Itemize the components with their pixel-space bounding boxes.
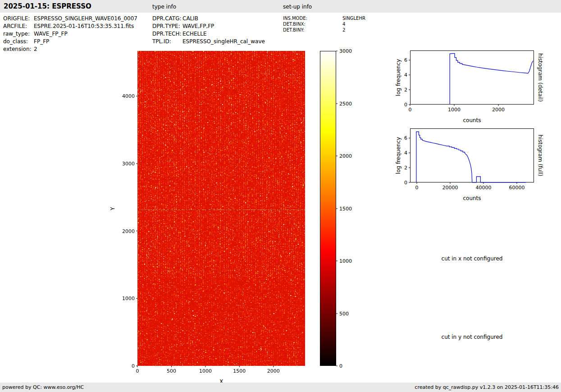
y-tick-label: 4 xyxy=(404,72,407,78)
setup-info-row: DET.BINX:4 xyxy=(283,21,365,27)
type-info-heading: type info xyxy=(152,4,176,10)
y-tick-label: 6 xyxy=(404,57,407,63)
file-info-value: ESPRESSO_SINGLEHR_WAVE016_0007 xyxy=(34,15,137,23)
hist-full-ylabel: log frequency xyxy=(395,137,401,174)
setup-info-heading: set-up info xyxy=(283,4,312,10)
colorbar-tick-mark xyxy=(336,155,338,156)
setup-info-label: DET.BINY: xyxy=(283,27,342,33)
x-tick-label: 0 xyxy=(136,368,139,374)
footer-left-text: powered by QC: www.eso.org/HC xyxy=(2,384,84,390)
file-info-label: raw_type: xyxy=(3,30,34,38)
x-tick-label: 20000 xyxy=(442,185,458,191)
type-info-label: DPR.TECH: xyxy=(152,30,182,38)
type-info-value: CALIB xyxy=(182,15,198,23)
histogram-line xyxy=(416,132,526,182)
raw-plot-ylabel: Y xyxy=(109,207,116,210)
raw-image-svg xyxy=(137,51,305,366)
footer-bar: powered by QC: www.eso.org/HC created by… xyxy=(0,383,561,392)
plot-frame xyxy=(410,51,534,105)
setup-info-label: DET.BINX: xyxy=(283,21,342,27)
setup-info-row: INS.MODE:SINGLEHR xyxy=(283,15,365,21)
x-tick-label: 500 xyxy=(167,368,176,374)
y-tick-label: 0 xyxy=(404,102,407,108)
setup-info-label: INS.MODE: xyxy=(283,15,342,21)
colorbar-tick-mark xyxy=(336,208,338,209)
footer-right-text: created by qc_rawdisp.py v1.2.3 on 2025-… xyxy=(415,384,559,390)
type-info-block: DPR.CATG:CALIB DPR.TYPE:WAVE,FP,FP DPR.T… xyxy=(152,15,265,46)
setup-info-value: 4 xyxy=(342,21,345,27)
colorbar-tick-mark xyxy=(336,365,338,366)
x-tick-label: 0 xyxy=(409,107,412,113)
x-tick-label: 2000 xyxy=(267,368,280,374)
colorbar-tick-label: 3000 xyxy=(339,48,352,54)
colorbar-tick-mark xyxy=(336,313,338,314)
x-tick-label: 1500 xyxy=(233,368,246,374)
x-tick-label: 1000 xyxy=(448,107,461,113)
type-info-row: DPR.TECH:ECHELLE xyxy=(152,30,265,38)
type-info-value: ECHELLE xyxy=(182,30,207,38)
y-tick-label: 3000 xyxy=(122,160,135,166)
hist-detail-ylabel: log frequency xyxy=(395,59,401,96)
hist-full-svg xyxy=(410,128,534,182)
type-info-label: DPR.CATG: xyxy=(152,15,182,23)
qc-report-page: 2025-01-15: ESPRESSO type info set-up in… xyxy=(0,0,561,392)
y-tick-label: 4 xyxy=(404,150,407,156)
setup-info-value: SINGLEHR xyxy=(342,15,365,21)
y-tick-label: 1000 xyxy=(122,296,135,301)
file-info-value: 2 xyxy=(34,46,37,53)
type-info-row: DPR.TYPE:WAVE,FP,FP xyxy=(152,23,265,30)
cut-x-message: cut in x not configured xyxy=(410,255,534,262)
y-tick-label: 2 xyxy=(404,165,407,171)
x-tick-label: 1000 xyxy=(199,368,212,374)
file-info-row: raw_type:WAVE_FP_FP xyxy=(3,30,137,38)
hist-full-xlabel: counts xyxy=(463,195,481,201)
file-info-row: ARCFILE:ESPRE.2025-01-16T10:53:35.311.fi… xyxy=(3,23,137,30)
colorbar-tick-label: 1500 xyxy=(339,205,352,211)
file-info-row: do_class:FP_FP xyxy=(3,38,137,46)
file-info-row: ORIGFILE:ESPRESSO_SINGLEHR_WAVE016_0007 xyxy=(3,15,137,23)
raw-image-plot: X Y 050010001500200001000200030004000 xyxy=(137,51,305,366)
file-info-block: ORIGFILE:ESPRESSO_SINGLEHR_WAVE016_0007 … xyxy=(3,15,137,53)
header-bar: 2025-01-15: ESPRESSO type info set-up in… xyxy=(0,0,561,13)
colorbar-tick-label: 1000 xyxy=(339,258,352,264)
type-info-value: ESPRESSO_singleHR_cal_wave xyxy=(182,38,265,46)
y-tick-label: 4000 xyxy=(122,93,135,99)
hist-detail-xlabel: counts xyxy=(463,117,481,123)
y-tick-label: 6 xyxy=(404,135,407,141)
setup-info-value: 2 xyxy=(342,27,345,33)
x-tick-label: 0 xyxy=(415,185,418,191)
y-tick-label: 2 xyxy=(404,87,407,93)
colorbar: 050010001500200025003000 xyxy=(320,51,336,366)
file-info-label: ARCFILE: xyxy=(3,23,34,30)
colorbar-tick-mark xyxy=(336,103,338,104)
histogram-line xyxy=(450,54,533,105)
colorbar-tick-label: 0 xyxy=(339,363,342,369)
histogram-detail-plot: counts log frequency histogram (detail) … xyxy=(410,50,534,105)
hist-full-title: histogram (full) xyxy=(537,135,543,177)
type-info-label: TPL.ID: xyxy=(152,38,182,46)
hist-detail-title: histogram (detail) xyxy=(537,53,543,102)
histogram-full-plot: counts log frequency histogram (full) 02… xyxy=(410,128,534,182)
cut-y-message: cut in y not configured xyxy=(410,334,534,340)
colorbar-tick-mark xyxy=(336,50,338,51)
y-tick-label: 2000 xyxy=(122,228,135,234)
file-info-value: ESPRE.2025-01-16T10:53:35.311.fits xyxy=(34,23,134,30)
file-info-label: ORIGFILE: xyxy=(3,15,34,23)
setup-info-row: DET.BINY:2 xyxy=(283,27,365,33)
colorbar-gradient xyxy=(320,51,336,366)
file-info-value: FP_FP xyxy=(34,38,49,46)
type-info-row: TPL.ID:ESPRESSO_singleHR_cal_wave xyxy=(152,38,265,46)
x-tick-label: 40000 xyxy=(475,185,491,191)
colorbar-tick-label: 2500 xyxy=(339,100,352,106)
type-info-label: DPR.TYPE: xyxy=(152,23,182,30)
x-tick-label: 2000 xyxy=(492,107,505,113)
hist-detail-svg xyxy=(410,50,534,105)
file-info-row: extension:2 xyxy=(3,46,137,53)
colorbar-tick-label: 500 xyxy=(339,310,349,316)
colorbar-tick-mark xyxy=(336,260,338,261)
page-title: 2025-01-15: ESPRESSO xyxy=(4,2,91,10)
file-info-label: do_class: xyxy=(3,38,34,46)
y-tick-label: 0 xyxy=(132,363,135,369)
colorbar-tick-label: 2000 xyxy=(339,153,352,159)
type-info-row: DPR.CATG:CALIB xyxy=(152,15,265,23)
